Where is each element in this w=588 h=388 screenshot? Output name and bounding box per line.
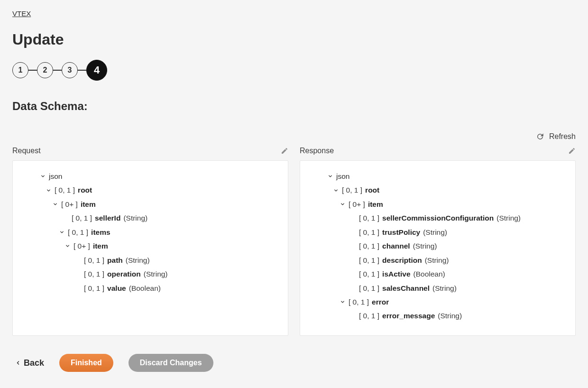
schema-name: description [382, 253, 422, 267]
schema-card: [ 0, 1 ] [349, 295, 369, 309]
edit-response-icon[interactable] [568, 147, 576, 155]
schema-card: [ 0, 1 ] [359, 267, 379, 281]
schema-name: error [372, 295, 389, 309]
chevron-down-icon[interactable] [339, 202, 346, 207]
stepper: 1 2 3 4 [12, 60, 576, 81]
chevron-left-icon [15, 360, 21, 366]
chevron-down-icon[interactable] [39, 174, 46, 179]
schema-card: [ 0, 1 ] [359, 309, 379, 323]
back-label: Back [24, 358, 44, 368]
schema-type: (String) [144, 267, 168, 281]
schema-card: [ 0+ ] [349, 197, 365, 211]
schema-type: (Boolean) [129, 281, 161, 295]
schema-type: (String) [423, 225, 447, 239]
schema-type: (String) [496, 211, 521, 225]
schema-type: (String) [425, 253, 449, 267]
step-1[interactable]: 1 [12, 62, 28, 78]
response-panel: json [ 0, 1 ] root [ 0+ ] item [ 0, 1 ] … [300, 160, 576, 336]
schema-card: [ 0, 1 ] [72, 211, 92, 225]
response-label: Response [300, 147, 334, 155]
schema-type: (String) [123, 211, 147, 225]
schema-node-label: json [49, 169, 62, 183]
schema-card: [ 0, 1 ] [359, 281, 379, 295]
schema-card: [ 0, 1 ] [359, 225, 379, 239]
page-title: Update [12, 31, 576, 48]
schema-card: [ 0+ ] [61, 197, 78, 211]
edit-request-icon[interactable] [281, 147, 288, 155]
step-connector [28, 70, 37, 71]
step-2[interactable]: 2 [37, 62, 53, 78]
step-3[interactable]: 3 [62, 62, 78, 78]
chevron-down-icon[interactable] [58, 230, 65, 235]
schema-card: [ 0, 1 ] [359, 253, 379, 267]
schema-name: path [107, 253, 123, 267]
chevron-down-icon[interactable] [52, 202, 58, 207]
schema-card: [ 0, 1 ] [55, 183, 75, 197]
schema-card: [ 0, 1 ] [84, 267, 104, 281]
chevron-down-icon[interactable] [339, 299, 346, 305]
request-label: Request [12, 147, 41, 155]
schema-name: items [91, 225, 110, 239]
schema-card: [ 0, 1 ] [359, 239, 379, 253]
schema-name: value [107, 281, 126, 295]
chevron-down-icon[interactable] [327, 174, 333, 179]
refresh-icon[interactable] [536, 132, 544, 141]
schema-type: (Boolean) [413, 267, 445, 281]
schema-card: [ 0, 1 ] [84, 281, 104, 295]
schema-name: item [81, 197, 96, 211]
schema-card: [ 0, 1 ] [342, 183, 362, 197]
schema-type: (String) [126, 253, 150, 267]
chevron-down-icon[interactable] [332, 188, 339, 193]
schema-name: channel [382, 239, 410, 253]
schema-type: (String) [432, 281, 457, 295]
schema-name: sellerId [95, 211, 120, 225]
schema-name: isActive [382, 267, 410, 281]
chevron-down-icon[interactable] [45, 188, 52, 193]
schema-name: error_message [382, 309, 435, 323]
brand-link[interactable]: VTEX [12, 9, 31, 18]
schema-card: [ 0, 1 ] [84, 253, 104, 267]
schema-name: item [368, 197, 383, 211]
schema-name: root [365, 183, 379, 197]
finished-button[interactable]: Finished [59, 354, 113, 372]
step-connector [78, 70, 86, 71]
section-label: Data Schema: [12, 100, 576, 113]
schema-type: (String) [438, 309, 462, 323]
schema-name: operation [107, 267, 141, 281]
step-connector [53, 70, 62, 71]
request-panel: json [ 0, 1 ] root [ 0+ ] item [ 0, 1 ] … [12, 160, 288, 336]
schema-card: [ 0+ ] [74, 239, 90, 253]
schema-name: sellerCommissionConfiguration [382, 211, 494, 225]
schema-name: trustPolicy [382, 225, 420, 239]
refresh-label[interactable]: Refresh [549, 132, 576, 141]
schema-name: root [78, 183, 92, 197]
schema-name: salesChannel [382, 281, 430, 295]
discard-button[interactable]: Discard Changes [129, 354, 213, 372]
step-4[interactable]: 4 [86, 60, 107, 81]
back-button[interactable]: Back [15, 358, 44, 368]
schema-card: [ 0, 1 ] [359, 211, 379, 225]
schema-node-label: json [336, 169, 349, 183]
schema-card: [ 0, 1 ] [68, 225, 88, 239]
chevron-down-icon[interactable] [64, 243, 71, 249]
schema-name: item [93, 239, 108, 253]
schema-type: (String) [413, 239, 437, 253]
